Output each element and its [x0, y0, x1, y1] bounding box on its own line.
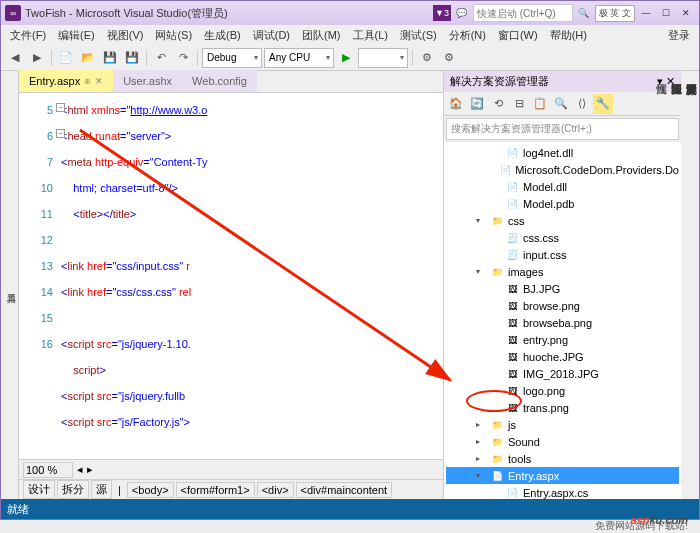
close-tab-icon[interactable]: ✕ [95, 76, 103, 86]
tree-item[interactable]: ▸📁Sound [446, 433, 679, 450]
refresh-icon[interactable]: 🔄 [467, 94, 487, 114]
menu-test[interactable]: 测试(S) [395, 26, 442, 45]
view-design[interactable]: 设计 [23, 480, 55, 499]
status-text: 就绪 [7, 502, 29, 517]
right-side-tabs[interactable]: 解决方案资源管理器 团队资源管理器 属性 [681, 71, 699, 499]
login-link[interactable]: 登录 [663, 26, 695, 45]
nav-fwd-icon[interactable]: ▶ [27, 48, 47, 68]
tree-item[interactable]: ▾📄Entry.aspx [446, 467, 679, 484]
view-split[interactable]: 拆分 [57, 480, 89, 499]
menu-view[interactable]: 视图(V) [102, 26, 149, 45]
tree-item[interactable]: 🖼BJ.JPG [446, 280, 679, 297]
pin-icon[interactable]: ⊕ [84, 77, 91, 86]
solution-toolbar: 🏠 🔄 ⟲ ⊟ 📋 🔍 ⟨⟩ 🔧 [444, 92, 681, 116]
design-view-bar: 设计 拆分 源 | <body> <form#form1> <div> <div… [19, 479, 443, 499]
wrench-icon[interactable]: 🔧 [593, 94, 613, 114]
tab-properties[interactable]: 属性 [654, 75, 669, 499]
save-all-icon[interactable]: 💾 [122, 48, 142, 68]
tree-item[interactable]: ▸📁tools [446, 450, 679, 467]
vs-icon: ∞ [5, 5, 21, 21]
view-source[interactable]: 源 [91, 480, 112, 499]
toolbox-strip[interactable]: 工具箱 [1, 71, 19, 499]
line-gutter: 5−6−710111213141516 [19, 93, 59, 459]
browser-combo[interactable] [358, 48, 408, 68]
tree-item[interactable]: 🖼huoche.JPG [446, 348, 679, 365]
solution-search[interactable]: 搜索解决方案资源管理器(Ctrl+;) [446, 118, 679, 140]
redo-icon[interactable]: ↷ [173, 48, 193, 68]
nav-left-icon[interactable]: ◂ [77, 463, 83, 476]
tree-item[interactable]: 🖼browseba.png [446, 314, 679, 331]
platform-combo[interactable]: Any CPU [264, 48, 334, 68]
feedback-icon[interactable]: 💬 [453, 5, 471, 21]
tree-item[interactable]: ▸📁js [446, 416, 679, 433]
show-all-icon[interactable]: 📋 [530, 94, 550, 114]
watermark-sub: 免费网站源码下载站! [595, 519, 688, 533]
tree-item[interactable]: 📄Model.pdb [446, 195, 679, 212]
bc-div[interactable]: <div> [257, 482, 294, 498]
quick-launch-input[interactable] [473, 4, 573, 22]
search-icon[interactable]: 🔍 [575, 5, 593, 21]
config-combo[interactable]: Debug [202, 48, 262, 68]
menu-analyze[interactable]: 分析(N) [444, 26, 491, 45]
bc-maincontent[interactable]: <div#maincontent [296, 482, 393, 498]
tree-item[interactable]: 🖼trans.png [446, 399, 679, 416]
solution-tree[interactable]: 📄log4net.dll📄Microsoft.CodeDom.Providers… [444, 142, 681, 499]
menu-edit[interactable]: 编辑(E) [53, 26, 100, 45]
ime-badge[interactable]: 极 英 文 [595, 5, 635, 22]
tree-item[interactable]: 🧾input.css [446, 246, 679, 263]
menu-tools[interactable]: 工具(L) [348, 26, 393, 45]
home-icon[interactable]: 🏠 [446, 94, 466, 114]
sync-icon[interactable]: ⟲ [488, 94, 508, 114]
menu-debug[interactable]: 调试(D) [248, 26, 295, 45]
tree-item[interactable]: 🧾css.css [446, 229, 679, 246]
tree-item[interactable]: 🖼entry.png [446, 331, 679, 348]
main-toolbar: ◀ ▶ 📄 📂 💾 💾 ↶ ↷ Debug Any CPU ▶ ⚙ ⚙ [1, 45, 699, 71]
tab-entry-aspx[interactable]: Entry.aspx⊕✕ [19, 70, 113, 92]
statusbar: 就绪 [1, 499, 699, 519]
tree-item[interactable]: 🖼IMG_2018.JPG [446, 365, 679, 382]
code-area[interactable]: 5−6−710111213141516 <html xmlns="http://… [19, 93, 443, 459]
menu-window[interactable]: 窗口(W) [493, 26, 543, 45]
nav-right-icon[interactable]: ▸ [87, 463, 93, 476]
menu-build[interactable]: 生成(B) [199, 26, 246, 45]
tab-user-ashx[interactable]: User.ashx [113, 70, 182, 92]
save-icon[interactable]: 💾 [100, 48, 120, 68]
minimize-button[interactable]: — [637, 5, 655, 21]
tree-item[interactable]: ▾📁css [446, 212, 679, 229]
tree-item[interactable]: ▾📁images [446, 263, 679, 280]
menu-help[interactable]: 帮助(H) [545, 26, 592, 45]
open-icon[interactable]: 📂 [78, 48, 98, 68]
panel-title: 解决方案资源管理器 ▾ ✕ [444, 71, 681, 92]
nav-back-icon[interactable]: ◀ [5, 48, 25, 68]
tree-item[interactable]: 🖼logo.png [446, 382, 679, 399]
tab-team-explorer[interactable]: 团队资源管理器 [669, 75, 684, 499]
bc-body[interactable]: <body> [127, 482, 174, 498]
window-title: TwoFish - Microsoft Visual Studio(管理员) [25, 6, 433, 21]
toolbar-extra-2[interactable]: ⚙ [439, 48, 459, 68]
code-lines[interactable]: <html xmlns="http://www.w3.o<head runat=… [59, 93, 443, 459]
undo-icon[interactable]: ↶ [151, 48, 171, 68]
start-debug-icon[interactable]: ▶ [336, 48, 356, 68]
tree-item[interactable]: 📄Model.dll [446, 178, 679, 195]
bc-form[interactable]: <form#form1> [176, 482, 255, 498]
menu-team[interactable]: 团队(M) [297, 26, 346, 45]
preview-icon[interactable]: ⟨⟩ [572, 94, 592, 114]
menubar: 文件(F) 编辑(E) 视图(V) 网站(S) 生成(B) 调试(D) 团队(M… [1, 25, 699, 45]
tree-item[interactable]: 📄log4net.dll [446, 144, 679, 161]
toolbar-extra-1[interactable]: ⚙ [417, 48, 437, 68]
tree-item[interactable]: 📄Microsoft.CodeDom.Providers.Do [446, 161, 679, 178]
notif-icon[interactable]: ▼3 [433, 5, 451, 21]
properties-icon[interactable]: 🔍 [551, 94, 571, 114]
tab-solution-explorer[interactable]: 解决方案资源管理器 [684, 75, 699, 499]
tree-item[interactable]: 📄Entry.aspx.cs [446, 484, 679, 499]
maximize-button[interactable]: ☐ [657, 5, 675, 21]
tree-item[interactable]: 🖼browse.png [446, 297, 679, 314]
tab-web-config[interactable]: Web.config [182, 70, 257, 92]
content-area: 工具箱 Entry.aspx⊕✕ User.ashx Web.config 5−… [1, 71, 699, 499]
new-project-icon[interactable]: 📄 [56, 48, 76, 68]
zoom-field[interactable]: 100 % [23, 462, 73, 478]
collapse-all-icon[interactable]: ⊟ [509, 94, 529, 114]
close-button[interactable]: ✕ [677, 5, 695, 21]
menu-website[interactable]: 网站(S) [150, 26, 197, 45]
menu-file[interactable]: 文件(F) [5, 26, 51, 45]
